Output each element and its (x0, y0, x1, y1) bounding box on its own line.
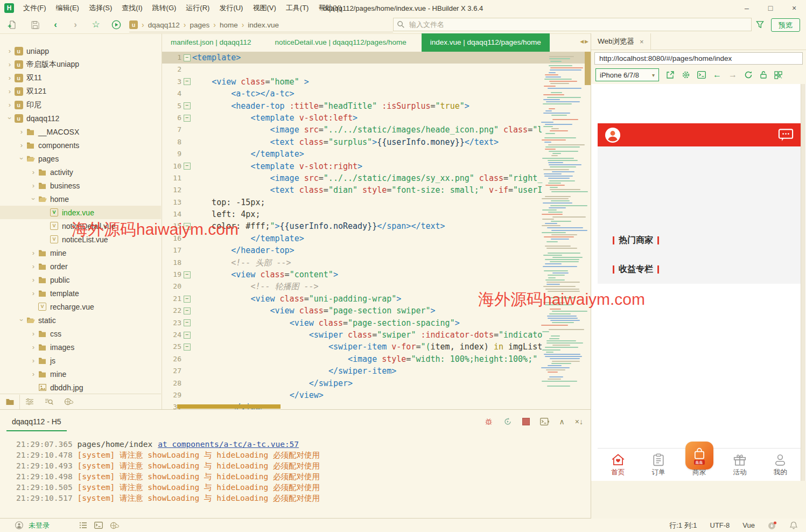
menu-item[interactable]: 发行(U) (214, 0, 248, 16)
editor-tab[interactable]: manifest.json | dqaqq112 (162, 33, 260, 52)
fold-collapse-icon[interactable]: − (184, 332, 191, 339)
tree-item-public[interactable]: ›public (0, 273, 161, 286)
projects-view-icon[interactable] (0, 395, 20, 409)
new-file-icon[interactable] (6, 20, 17, 30)
tabbar-item-首页[interactable]: 首页 (598, 449, 638, 481)
chevron-collapsed-icon[interactable]: › (29, 330, 38, 338)
fold-collapse-icon[interactable]: − (184, 271, 191, 278)
chevron-collapsed-icon[interactable]: › (29, 181, 38, 190)
editor-tab[interactable]: index.vue | dqaqq112/pages/home (422, 33, 550, 52)
menu-item[interactable]: 文件(F) (18, 0, 51, 16)
tree-item-noticedetail.vue[interactable]: VnoticeDetail.vue (0, 219, 161, 233)
clear-console-icon[interactable]: ×↓ (575, 418, 583, 425)
chevron-collapsed-icon[interactable]: › (29, 289, 38, 297)
tabbar-item-订单[interactable]: 订单 (638, 449, 678, 481)
fold-marker[interactable]: − (181, 52, 192, 64)
close-browser-tab-icon[interactable]: × (640, 38, 644, 46)
structure-view-icon[interactable] (20, 395, 39, 409)
search-view-icon[interactable] (39, 395, 59, 409)
nav-back-icon[interactable]: ← (713, 71, 721, 79)
debug-bug-icon[interactable] (484, 417, 493, 426)
shop-center-button[interactable]: 鑫鑫 (685, 442, 713, 470)
log-source-link[interactable]: at components/a-tc/a-tc.vue:57 (158, 440, 299, 449)
fold-collapse-icon[interactable]: − (184, 115, 191, 122)
chevron-collapsed-icon[interactable]: › (5, 60, 14, 68)
tree-item-static[interactable]: ›static (0, 313, 161, 327)
tree-item-css[interactable]: ›css (0, 327, 161, 340)
syntax-mode[interactable]: Vue (742, 521, 755, 529)
fold-collapse-icon[interactable]: − (184, 344, 191, 351)
fold-marker[interactable]: − (181, 317, 192, 329)
menu-item[interactable]: 编辑(E) (51, 0, 84, 16)
tab-scroll-arrows[interactable]: ◀▶ (580, 39, 590, 44)
chevron-expanded-icon[interactable]: › (18, 316, 26, 325)
tree-item-home[interactable]: ›home (0, 192, 161, 206)
menu-item[interactable]: 运行(R) (181, 0, 214, 16)
encoding-indicator[interactable]: UTF-8 (710, 521, 730, 529)
console-tab[interactable]: dqaqq112 - H5 (6, 417, 67, 431)
fold-marker[interactable]: − (181, 341, 192, 353)
fold-collapse-icon[interactable]: − (184, 102, 191, 109)
back-icon[interactable]: ‹ (50, 20, 61, 30)
tree-item-双11[interactable]: ›u双11 (0, 71, 161, 85)
url-input[interactable] (594, 52, 803, 65)
gear-icon[interactable] (682, 71, 690, 79)
chevron-collapsed-icon[interactable]: › (5, 47, 14, 55)
chevron-expanded-icon[interactable]: › (30, 195, 38, 204)
message-icon[interactable] (778, 128, 794, 142)
chevron-collapsed-icon[interactable]: › (5, 87, 14, 95)
tree-item-uniapp[interactable]: ›uuniapp (0, 44, 161, 58)
editor-tab[interactable]: noticeDetail.vue | dqaqq112/pages/home (267, 33, 415, 52)
terminal-icon[interactable] (540, 418, 549, 425)
horizontal-scrollbar[interactable] (177, 404, 281, 409)
cursor-position[interactable]: 行:1 列:1 (669, 521, 697, 530)
fold-marker[interactable]: − (181, 76, 192, 88)
tree-item-帝启版本uniapp[interactable]: ›u帝启版本uniapp (0, 58, 161, 71)
chevron-collapsed-icon[interactable]: › (29, 276, 38, 284)
tree-item-印尼[interactable]: ›u印尼 (0, 98, 161, 111)
refresh-icon[interactable] (744, 71, 753, 79)
tree-item-__macosx[interactable]: ›__MACOSX (0, 125, 161, 138)
tree-item-mine[interactable]: ›mine (0, 246, 161, 260)
tree-item-pages[interactable]: ›pages (0, 152, 161, 165)
search-input[interactable] (408, 20, 726, 29)
collapse-panel-icon[interactable]: ∧ (559, 418, 565, 425)
tabbar-item-商家[interactable]: 鑫鑫商家 (679, 449, 719, 481)
fold-collapse-icon[interactable]: − (184, 223, 191, 230)
chevron-collapsed-icon[interactable]: › (29, 343, 38, 351)
fold-collapse-icon[interactable]: − (184, 319, 191, 326)
breadcrumb-item[interactable]: home (220, 21, 238, 29)
chevron-expanded-icon[interactable]: › (18, 155, 26, 163)
fold-collapse-icon[interactable]: − (184, 54, 191, 61)
tabbar-item-我的[interactable]: 我的 (760, 449, 801, 481)
remote-view-icon[interactable] (59, 395, 78, 409)
close-button[interactable]: × (782, 0, 806, 16)
tree-item-template[interactable]: ›template (0, 286, 161, 300)
tree-item-dqaqq112[interactable]: ›udqaqq112 (0, 111, 161, 125)
chevron-collapsed-icon[interactable]: › (29, 370, 38, 378)
terminal-status-icon[interactable] (94, 522, 103, 529)
tree-item-images[interactable]: ›images (0, 340, 161, 354)
tree-item-mine[interactable]: ›mine (0, 367, 161, 381)
fold-collapse-icon[interactable]: − (184, 296, 191, 303)
maximize-button[interactable]: □ (759, 0, 782, 16)
save-icon[interactable] (30, 20, 40, 30)
tree-item-business[interactable]: ›business (0, 179, 161, 192)
tree-item-recharge.vue[interactable]: Vrecharge.vue (0, 300, 161, 313)
fold-marker[interactable]: − (181, 220, 192, 232)
tree-item-dbddh.jpg[interactable]: dbddh.jpg (0, 381, 161, 394)
tabbar-item-活动[interactable]: 活动 (719, 449, 760, 481)
bookmark-star-icon[interactable]: ☆ (90, 20, 101, 30)
tree-item-order[interactable]: ›order (0, 260, 161, 273)
tree-item-noticelist.vue[interactable]: VnoticeList.vue (0, 233, 161, 246)
console-open-icon[interactable] (697, 71, 706, 79)
login-status[interactable]: 未登录 (29, 521, 50, 530)
qr-code-icon[interactable] (774, 71, 782, 79)
breadcrumb-item[interactable]: pages (190, 21, 209, 29)
fold-marker[interactable]: − (181, 160, 192, 172)
browser-tab[interactable]: Web浏览器 × (591, 33, 651, 50)
chevron-collapsed-icon[interactable]: › (29, 168, 38, 176)
tree-item-js[interactable]: ›js (0, 354, 161, 367)
chevron-collapsed-icon[interactable]: › (5, 74, 14, 82)
avatar-icon[interactable] (605, 127, 621, 143)
